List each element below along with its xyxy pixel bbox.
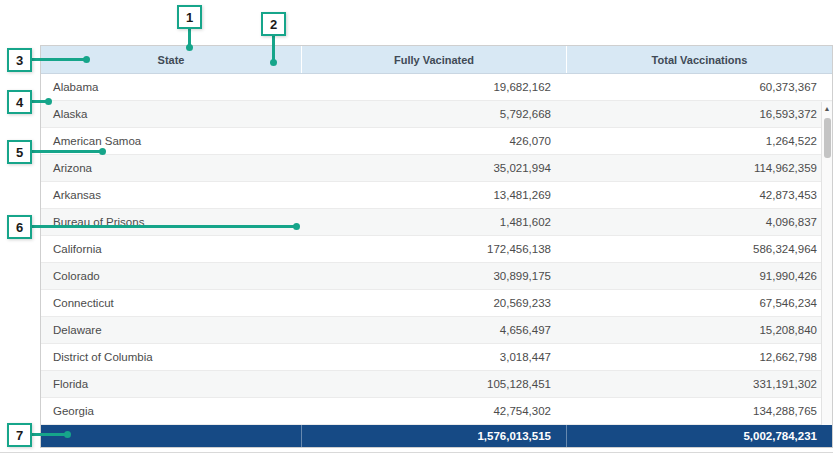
callout-5-box: 5 bbox=[7, 140, 32, 164]
vertical-scrollbar[interactable]: ▲ ▼ bbox=[821, 102, 832, 425]
cell-fully-vaccinated: 19,682,162 bbox=[301, 74, 566, 100]
table-row[interactable]: Georgia 42,754,302 134,288,765 bbox=[41, 398, 832, 425]
cell-fully-vaccinated: 5,792,668 bbox=[301, 101, 566, 127]
cell-state: District of Columbia bbox=[41, 344, 301, 370]
cell-total-vaccinations: 586,324,964 bbox=[566, 236, 832, 262]
table-row[interactable]: Bureau of Prisons 1,481,602 4,096,837 bbox=[41, 209, 832, 236]
callout-7-dot bbox=[64, 431, 71, 438]
table-row[interactable]: California 172,456,138 586,324,964 bbox=[41, 236, 832, 263]
cell-fully-vaccinated: 172,456,138 bbox=[301, 236, 566, 262]
table-row[interactable]: Florida 105,128,451 331,191,302 bbox=[41, 371, 832, 398]
callout-3-line bbox=[31, 58, 86, 61]
scrollbar-thumb[interactable] bbox=[824, 118, 831, 158]
cell-total-vaccinations: 12,662,798 bbox=[566, 344, 832, 370]
scroll-up-icon[interactable]: ▲ bbox=[822, 102, 832, 115]
summary-row: 1,576,013,515 5,002,784,231 bbox=[41, 425, 832, 447]
callout-6-box: 6 bbox=[7, 215, 32, 239]
cell-state: Alabama bbox=[41, 74, 301, 100]
attribute-table: State Fully Vacinated Total Vaccinations… bbox=[40, 45, 833, 448]
cell-fully-vaccinated: 20,569,233 bbox=[301, 290, 566, 316]
cell-total-vaccinations: 134,288,765 bbox=[566, 398, 832, 424]
cell-total-vaccinations: 16,593,372 bbox=[566, 101, 832, 127]
cell-state: Arkansas bbox=[41, 182, 301, 208]
cell-total-vaccinations: 15,208,840 bbox=[566, 317, 832, 343]
callout-2-dot bbox=[270, 59, 277, 66]
table-row[interactable]: Arizona 35,021,994 114,962,359 bbox=[41, 155, 832, 182]
cell-state: Arizona bbox=[41, 155, 301, 181]
table-row[interactable]: Delaware 4,656,497 15,208,840 bbox=[41, 317, 832, 344]
cell-total-vaccinations: 4,096,837 bbox=[566, 209, 832, 235]
cell-fully-vaccinated: 30,899,175 bbox=[301, 263, 566, 289]
table-row[interactable]: District of Columbia 3,018,447 12,662,79… bbox=[41, 344, 832, 371]
callout-2-box: 2 bbox=[261, 12, 286, 36]
callout-1-box: 1 bbox=[177, 5, 202, 29]
cell-state: Georgia bbox=[41, 398, 301, 424]
callout-5-line bbox=[31, 150, 102, 153]
column-header-fully-vaccinated[interactable]: Fully Vacinated bbox=[301, 46, 566, 73]
callout-2-line bbox=[272, 35, 275, 62]
callout-3-box: 3 bbox=[7, 48, 32, 72]
table-row[interactable]: American Samoa 426,070 1,264,522 bbox=[41, 128, 832, 155]
cell-total-vaccinations: 114,962,359 bbox=[566, 155, 832, 181]
callout-1-dot bbox=[186, 44, 193, 51]
cell-total-vaccinations: 42,873,453 bbox=[566, 182, 832, 208]
callout-3-dot bbox=[83, 56, 90, 63]
callout-4-box: 4 bbox=[7, 90, 32, 114]
table-row[interactable]: Alaska 5,792,668 16,593,372 bbox=[41, 101, 832, 128]
cell-total-vaccinations: 67,546,234 bbox=[566, 290, 832, 316]
table-rows-container: Alabama 19,682,162 60,373,367 Alaska 5,7… bbox=[41, 74, 832, 425]
cell-state: Connecticut bbox=[41, 290, 301, 316]
summary-state-cell bbox=[41, 425, 301, 447]
callout-7-box: 7 bbox=[7, 423, 32, 447]
cell-state: California bbox=[41, 236, 301, 262]
callout-6-dot bbox=[293, 223, 300, 230]
cell-fully-vaccinated: 4,656,497 bbox=[301, 317, 566, 343]
callout-6-line bbox=[31, 225, 296, 228]
callout-5-dot bbox=[99, 148, 106, 155]
table-body: Alabama 19,682,162 60,373,367 Alaska 5,7… bbox=[41, 74, 832, 425]
table-row[interactable]: Colorado 30,899,175 91,990,426 bbox=[41, 263, 832, 290]
cell-fully-vaccinated: 42,754,302 bbox=[301, 398, 566, 424]
table-header-row: State Fully Vacinated Total Vaccinations bbox=[41, 46, 832, 74]
cell-total-vaccinations: 60,373,367 bbox=[566, 74, 832, 100]
cell-fully-vaccinated: 1,481,602 bbox=[301, 209, 566, 235]
cell-fully-vaccinated: 105,128,451 bbox=[301, 371, 566, 397]
callout-7-line bbox=[31, 433, 67, 436]
callout-4-dot bbox=[45, 98, 52, 105]
table-row[interactable]: Connecticut 20,569,233 67,546,234 bbox=[41, 290, 832, 317]
cell-state: Alaska bbox=[41, 101, 301, 127]
summary-total-vaccinations-total: 5,002,784,231 bbox=[566, 425, 832, 447]
cell-state: Delaware bbox=[41, 317, 301, 343]
cell-total-vaccinations: 331,191,302 bbox=[566, 371, 832, 397]
cell-fully-vaccinated: 35,021,994 bbox=[301, 155, 566, 181]
column-header-total-vaccinations[interactable]: Total Vaccinations bbox=[566, 46, 832, 73]
cell-state: Florida bbox=[41, 371, 301, 397]
cell-fully-vaccinated: 3,018,447 bbox=[301, 344, 566, 370]
cell-state: Colorado bbox=[41, 263, 301, 289]
table-row[interactable]: Alabama 19,682,162 60,373,367 bbox=[41, 74, 832, 101]
cell-fully-vaccinated: 13,481,269 bbox=[301, 182, 566, 208]
annotated-table-screenshot: State Fully Vacinated Total Vaccinations… bbox=[0, 0, 833, 453]
cell-fully-vaccinated: 426,070 bbox=[301, 128, 566, 154]
cell-total-vaccinations: 91,990,426 bbox=[566, 263, 832, 289]
table-row[interactable]: Arkansas 13,481,269 42,873,453 bbox=[41, 182, 832, 209]
cell-total-vaccinations: 1,264,522 bbox=[566, 128, 832, 154]
summary-fully-vaccinated-total: 1,576,013,515 bbox=[301, 425, 566, 447]
cell-state: Bureau of Prisons bbox=[41, 209, 301, 235]
